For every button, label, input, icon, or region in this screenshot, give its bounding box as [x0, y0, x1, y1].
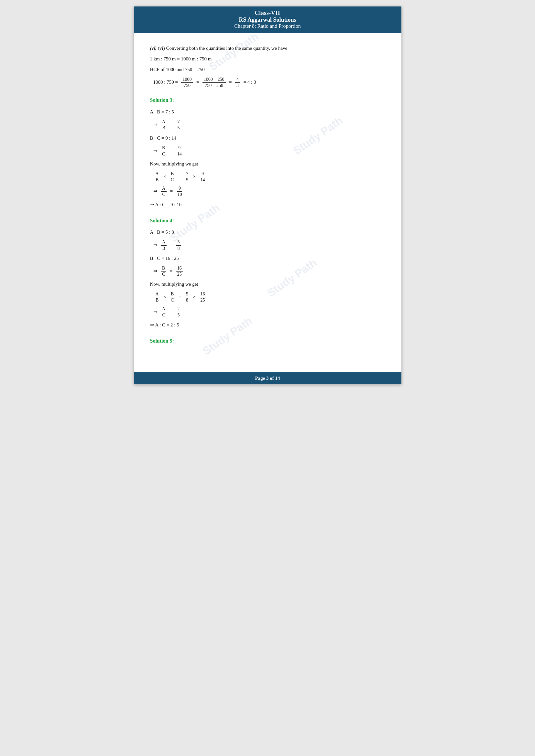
solution4-heading: Solution 4:	[150, 216, 385, 226]
sol4-multiply-text: Now, multiplying we get	[150, 280, 385, 289]
frac-9-14: 9 14	[176, 145, 183, 157]
section-solution4: Solution 4: A : B = 5 : 8 ⇒ A B = 5 8 B …	[150, 216, 385, 329]
frac-7-5-2: 7 5	[185, 171, 189, 183]
page-title: RS Aggarwal Solutions	[140, 16, 395, 23]
vi-intro-text: (vi) Converting both the quantities into…	[158, 45, 287, 51]
frac-B-C-3: B C	[161, 265, 166, 277]
vi-label: (vi)	[150, 45, 157, 51]
frac-B-C-2: B C	[169, 171, 175, 183]
vi-hcf: HCF of 1000 and 750 = 250	[150, 65, 385, 74]
section-solution3: Solution 3: A : B = 7 : 5 ⇒ A B = 7 5 B …	[150, 96, 385, 209]
sol3-bc: B : C = 9 : 14	[150, 134, 385, 143]
section-vi: (vi) (vi) Converting both the quantities…	[150, 44, 385, 89]
frac-B-C-1: B C	[161, 145, 166, 157]
vi-calc-start: 1000 : 750 =	[153, 79, 179, 85]
vi-intro: (vi) (vi) Converting both the quantities…	[150, 44, 385, 53]
page-info: Page 3 of 14	[255, 376, 280, 381]
solution3-heading: Solution 3:	[150, 96, 385, 105]
section-solution5: Solution 5:	[150, 337, 385, 346]
frac-4-3: 4 3	[235, 77, 240, 89]
sol3-ac-frac: ⇒ A C = 9 10	[153, 185, 385, 198]
sol3-multiply-text: Now, multiplying we get	[150, 160, 385, 168]
frac-1000-750: 1000 750	[181, 77, 193, 89]
frac-5-8-2: 5 8	[185, 291, 189, 303]
frac-1000div-750div: 1000 ÷ 250 750 ÷ 250	[203, 77, 226, 89]
frac-B-C-4: B C	[169, 291, 175, 303]
frac-A-B-1: A B	[161, 119, 167, 131]
frac-A-B-2: A B	[154, 171, 160, 183]
frac-9-10: 9 10	[176, 185, 183, 198]
frac-A-B-3: A B	[161, 239, 167, 251]
frac-A-B-4: A B	[154, 291, 160, 303]
frac-A-C-2: A C	[161, 306, 167, 318]
frac-9-14: 9 14	[199, 171, 206, 183]
sol3-result: ⇒ A : C = 9 : 10	[150, 201, 385, 209]
page-header: Class-VII RS Aggarwal Solutions Chapter …	[134, 7, 401, 33]
sol3-bc-frac: ⇒ B C = 9 14	[153, 145, 385, 157]
solution5-heading: Solution 5:	[150, 337, 385, 346]
sol3-multiply-calc: A B × B C = 7 5 × 9 14	[153, 171, 385, 183]
sol4-result: ⇒ A : C = 2 : 5	[150, 321, 385, 329]
frac-16-25-2: 16 25	[199, 291, 206, 303]
frac-16-25: 16 25	[176, 265, 183, 277]
page-footer: Page 3 of 14	[134, 372, 401, 384]
frac-5-8: 5 8	[176, 239, 181, 251]
sol4-ab: A : B = 5 : 8	[150, 228, 385, 237]
sol3-ab: A : B = 7 : 5	[150, 108, 385, 116]
class-label: Class-VII	[140, 10, 395, 16]
sol4-ac-frac: ⇒ A C = 2 5	[153, 306, 385, 318]
sol4-bc: B : C = 16 : 25	[150, 254, 385, 263]
frac-A-C-1: A C	[161, 185, 167, 198]
page-content: (vi) (vi) Converting both the quantities…	[134, 33, 401, 372]
sol4-ab-frac: ⇒ A B = 5 8	[153, 239, 385, 251]
vi-calculation: 1000 : 750 = 1000 750 = 1000 ÷ 250 750 ÷…	[153, 77, 385, 89]
frac-2-5: 2 5	[176, 306, 181, 318]
sol4-multiply-calc: A B × B C = 5 8 × 16 25	[153, 291, 385, 303]
page: Study Path Study Path Study Path Study P…	[134, 7, 401, 384]
vi-step1: 1 km : 750 m = 1000 m : 750 m	[150, 55, 385, 63]
frac-7-5: 7 5	[176, 119, 181, 131]
sol3-ab-frac: ⇒ A B = 7 5	[153, 119, 385, 131]
chapter-label: Chapter 8: Ratio and Proportion	[140, 23, 395, 29]
sol4-bc-frac: ⇒ B C = 16 25	[153, 265, 385, 277]
